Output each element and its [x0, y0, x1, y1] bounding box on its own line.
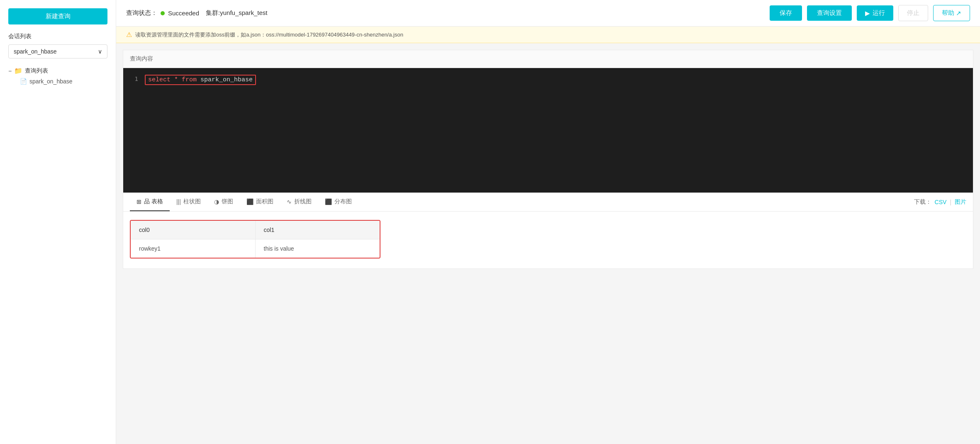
download-img-link[interactable]: 图片: [955, 198, 966, 206]
table-icon: ⊞: [137, 198, 141, 205]
table-area: col0 col1 rowkey1 this is value: [123, 212, 973, 268]
help-button[interactable]: 帮助 ↗: [933, 5, 970, 21]
code-keyword-from: from: [182, 76, 197, 83]
session-dropdown-value: spark_on_hbase: [14, 48, 57, 55]
warning-bar: ⚠ 读取资源管理里面的文件需要添加oss前缀，如a.json：oss://mul…: [116, 27, 980, 43]
cluster-label: 集群:yunfu_spark_test: [206, 9, 267, 17]
save-button[interactable]: 保存: [770, 5, 802, 21]
download-label: 下载：: [914, 198, 931, 206]
tab-table[interactable]: ⊞ 品 表格: [130, 193, 170, 211]
chevron-down-icon: ∨: [98, 48, 102, 55]
result-tabs-section: ⊞ 品 表格 ||| 柱状图 ◑ 饼图 ⬛ 面积图: [123, 193, 973, 269]
tab-area-chart[interactable]: ⬛ 面积图: [240, 193, 280, 211]
table-cell-value: this is value: [255, 239, 380, 258]
header-right: 保存 查询设置 ▶ 运行 停止 帮助 ↗: [770, 5, 970, 21]
tab-line-chart[interactable]: ∿ 折线图: [280, 193, 318, 211]
file-icon: 📄: [20, 78, 27, 85]
tabs-bar: ⊞ 品 表格 ||| 柱状图 ◑ 饼图 ⬛ 面积图: [123, 193, 973, 212]
play-icon: ▶: [865, 10, 870, 17]
table-row: rowkey1 this is value: [131, 239, 380, 258]
sidebar-tree: − 📁 查询列表 📄 spark_on_hbase: [0, 65, 116, 86]
warning-icon: ⚠: [126, 31, 132, 39]
tabs-left: ⊞ 品 表格 ||| 柱状图 ◑ 饼图 ⬛ 面积图: [130, 193, 358, 211]
sidebar: 新建查询 会话列表 spark_on_hbase ∨ − 📁 查询列表 📄 sp…: [0, 0, 116, 444]
code-line-1: select * from spark_on_hbase: [145, 75, 966, 85]
tabs-right: 下载： CSV | 图片: [914, 198, 966, 206]
result-table-wrapper: col0 col1 rowkey1 this is value: [130, 220, 380, 259]
result-table: col0 col1 rowkey1 this is value: [131, 221, 380, 258]
new-query-button[interactable]: 新建查询: [8, 8, 107, 24]
table-header-row: col0 col1: [131, 221, 380, 239]
tree-child-label: spark_on_hbase: [29, 78, 73, 85]
query-section-title: 查询内容: [123, 50, 973, 68]
dist-chart-icon: ⬛: [325, 198, 332, 205]
code-keyword-select: select: [148, 76, 171, 83]
session-dropdown[interactable]: spark_on_hbase ∨: [8, 44, 107, 59]
query-editor-section: 查询内容 1 select * from spark_on_hbase: [123, 50, 973, 193]
main-content: 查询状态： Succeeded 集群:yunfu_spark_test 保存 查…: [116, 0, 980, 444]
code-table-name: spark_on_hbase: [200, 76, 253, 83]
tab-bar-chart[interactable]: ||| 柱状图: [170, 193, 207, 211]
status-dot: [161, 11, 165, 15]
line-chart-icon: ∿: [287, 198, 292, 205]
download-separator: |: [950, 199, 951, 205]
status-text: Succeeded: [168, 10, 199, 17]
line-numbers: 1: [130, 75, 138, 82]
download-csv-link[interactable]: CSV: [935, 199, 947, 205]
code-highlight-box: select * from spark_on_hbase: [145, 75, 256, 85]
collapse-icon[interactable]: −: [8, 68, 12, 74]
header-left: 查询状态： Succeeded 集群:yunfu_spark_test: [126, 9, 267, 17]
tree-parent-item[interactable]: − 📁 查询列表: [8, 65, 107, 76]
query-settings-button[interactable]: 查询设置: [807, 5, 852, 21]
code-editor[interactable]: 1 select * from spark_on_hbase: [123, 68, 973, 193]
header-bar: 查询状态： Succeeded 集群:yunfu_spark_test 保存 查…: [116, 0, 980, 27]
external-link-icon: ↗: [956, 10, 961, 17]
tree-child-item[interactable]: 📄 spark_on_hbase: [8, 76, 107, 86]
bar-chart-icon: |||: [176, 198, 181, 205]
run-button[interactable]: ▶ 运行: [857, 5, 893, 21]
tab-dist-chart[interactable]: ⬛ 分布图: [318, 193, 358, 211]
table-cell-rowkey: rowkey1: [131, 239, 255, 258]
pie-chart-icon: ◑: [214, 198, 219, 205]
tab-pie-chart[interactable]: ◑ 饼图: [207, 193, 240, 211]
stop-button: 停止: [898, 5, 928, 21]
session-list-title: 会话列表: [0, 33, 116, 44]
tree-parent-label: 查询列表: [25, 67, 48, 75]
area-chart-icon: ⬛: [246, 198, 254, 205]
code-content[interactable]: select * from spark_on_hbase: [145, 75, 966, 85]
content-area: ⚠ 读取资源管理里面的文件需要添加oss前缀，如a.json：oss://mul…: [116, 27, 980, 444]
query-status-label: 查询状态：: [126, 9, 157, 17]
warning-text: 读取资源管理里面的文件需要添加oss前缀，如a.json：oss://multi…: [135, 31, 403, 39]
table-header-col1: col1: [255, 221, 380, 239]
folder-icon: 📁: [14, 67, 22, 75]
table-header-col0: col0: [131, 221, 255, 239]
code-operator-star: *: [174, 76, 178, 83]
